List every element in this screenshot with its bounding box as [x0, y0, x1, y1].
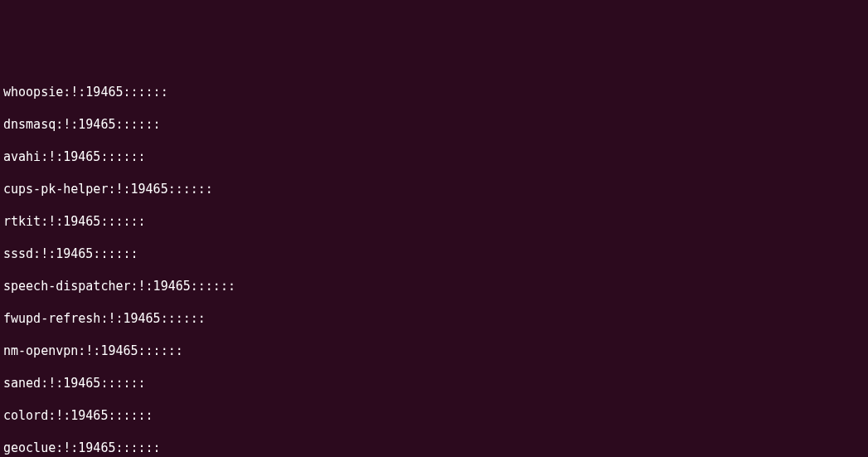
- terminal-window[interactable]: whoopsie:!:19465:::::: dnsmasq:!:19465::…: [3, 68, 865, 457]
- shadow-entry: sssd:!:19465::::::: [3, 246, 865, 263]
- shadow-entry: nm-openvpn:!:19465::::::: [3, 343, 865, 360]
- shadow-entry: colord:!:19465::::::: [3, 408, 865, 425]
- shadow-entry: dnsmasq:!:19465::::::: [3, 117, 865, 134]
- shadow-entry: geoclue:!:19465::::::: [3, 440, 865, 457]
- shadow-entry: saned:!:19465::::::: [3, 376, 865, 392]
- shadow-entry: whoopsie:!:19465::::::: [3, 85, 865, 101]
- shadow-entry: avahi:!:19465::::::: [3, 149, 865, 166]
- shadow-entry: speech-dispatcher:!:19465::::::: [3, 279, 865, 295]
- shadow-entry: rtkit:!:19465::::::: [3, 214, 865, 231]
- shadow-entry: fwupd-refresh:!:19465::::::: [3, 311, 865, 328]
- shadow-entry: cups-pk-helper:!:19465::::::: [3, 182, 865, 198]
